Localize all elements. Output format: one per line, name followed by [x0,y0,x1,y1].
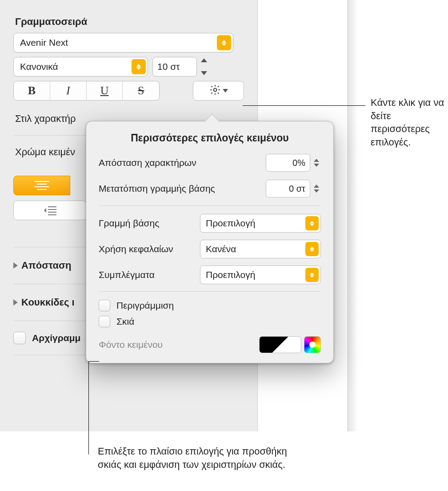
font-style-select[interactable]: Κανονικά [13,57,148,76]
chevron-down-icon[interactable] [314,164,319,167]
chevron-down-icon[interactable] [314,189,319,193]
strike-button[interactable]: S [123,81,159,100]
italic-button[interactable]: I [50,81,87,100]
shadow-checkbox[interactable] [99,316,110,327]
baseline-shift-value[interactable]: 0 στ [266,180,310,197]
baseline-select[interactable]: Προεπιλογή [200,214,321,233]
ligatures-select[interactable]: Προεπιλογή [200,266,321,284]
char-spacing-stepper[interactable]: 0% [266,154,321,172]
document-shadow [347,0,358,431]
ligatures-label: Συμπλέγματα [99,270,155,280]
baseline-shift-stepper[interactable]: 0 στ [266,180,321,197]
chevron-up-icon[interactable] [201,58,207,62]
char-spacing-row: Απόσταση χαρακτήρων 0% [99,154,321,172]
divider [99,205,321,206]
baseline-shift-row: Μετατόπιση γραμμής βάσης 0 στ [99,180,321,197]
outline-label: Περιγράμμιση [116,300,174,311]
color-picker-button[interactable] [304,336,321,353]
shadow-row: Σκιά [99,316,321,327]
chevron-down-icon[interactable] [201,71,207,75]
chevron-up-icon[interactable] [314,185,319,188]
font-size-value[interactable]: 10 στ [152,57,197,76]
updown-icon [305,268,319,282]
callout-leader-line [88,361,99,362]
popover-title: Περισσότερες επιλογές κειμένου [99,132,321,144]
shadow-label: Σκιά [116,316,134,327]
font-size-stepper[interactable]: 10 στ [152,57,209,76]
bullets-header: Κουκκίδες ι [21,297,75,308]
capitalization-row: Χρήση κεφαλαίων Κανένα [99,240,321,258]
capitalization-value: Κανένα [206,244,236,254]
baseline-shift-label: Μετατόπιση γραμμής βάσης [99,183,215,194]
disclosure-triangle-icon [13,262,18,269]
callout-shadow-note: Επιλέξτε το πλαίσιο επιλογής για προσθήκ… [98,445,302,471]
align-center-icon [34,181,49,190]
outline-checkbox[interactable] [99,300,110,311]
underline-button[interactable]: U [87,81,123,100]
text-style-segmented: B I U S [13,81,160,101]
callout-more-options: Κάντε κλικ για να δείτε περισσότερες επι… [371,96,446,149]
disclosure-triangle-icon [13,299,18,306]
callout-leader-line [243,105,365,106]
updown-icon [305,216,319,230]
text-background-label: Φόντο κειμένου [99,339,163,350]
more-text-options-popover: Περισσότερες επιλογές κειμένου Απόσταση … [86,121,334,363]
updown-icon [217,35,231,50]
font-family-value: Avenir Next [20,37,68,48]
baseline-value: Προεπιλογή [206,218,255,229]
dropcap-checkbox[interactable] [13,332,26,344]
updown-icon [132,59,146,74]
font-style-value: Κανονικά [20,61,58,72]
more-text-options-button[interactable] [193,81,244,101]
bold-button[interactable]: B [14,81,50,100]
baseline-row: Γραμμή βάσης Προεπιλογή [99,214,321,233]
outline-row: Περιγράμμιση [99,300,321,311]
capitalization-label: Χρήση κεφαλαίων [99,244,173,254]
updown-icon [305,242,319,256]
capitalization-select[interactable]: Κανένα [200,240,321,258]
callout-leader-line [88,361,89,455]
chevron-up-icon[interactable] [314,159,319,162]
ligatures-value: Προεπιλογή [206,270,255,280]
stepper-arrows[interactable] [199,57,209,76]
indent-left-icon [44,205,57,215]
ligatures-row: Συμπλέγματα Προεπιλογή [99,266,321,284]
spacing-header: Απόσταση [21,260,71,271]
text-background-colorwell[interactable] [259,336,301,353]
decrease-indent-button[interactable] [13,201,87,220]
text-background-row: Φόντο κειμένου [99,336,321,353]
divider [99,291,321,292]
char-spacing-value[interactable]: 0% [266,154,310,172]
baseline-label: Γραμμή βάσης [99,218,159,229]
svg-point-0 [213,88,216,91]
gear-icon [209,84,221,98]
chevron-down-icon [223,89,228,93]
align-center-button[interactable] [13,176,70,195]
font-family-select[interactable]: Avenir Next [13,33,233,52]
font-section-title: Γραμματοσειρά [15,16,244,28]
char-spacing-label: Απόσταση χαρακτήρων [99,157,196,168]
dropcap-label: Αρχίγραμμ [32,333,80,343]
